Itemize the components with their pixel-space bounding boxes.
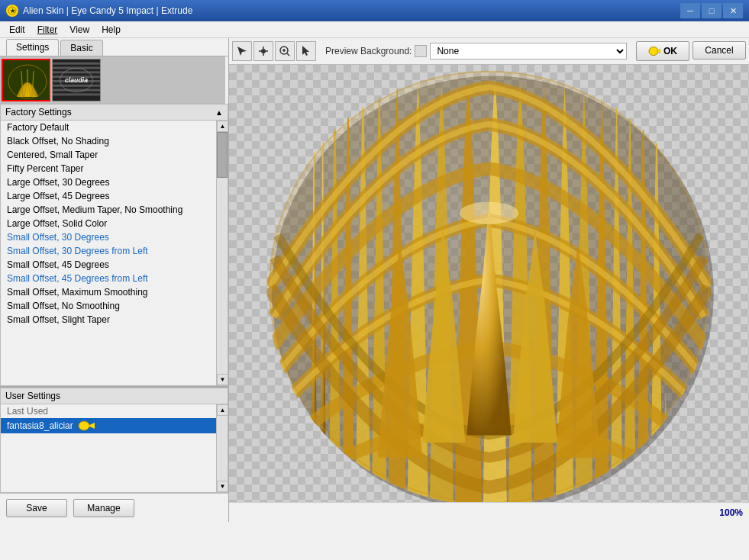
svg-text:claudia: claudia — [65, 76, 88, 83]
menu-edit[interactable]: Edit — [3, 23, 31, 37]
right-toolbar: Preview Background: None White Black Cus… — [229, 38, 749, 65]
scroll-up-arrow[interactable]: ▲ — [215, 108, 223, 117]
list-item-large-45[interactable]: Large Offset, 45 Degrees — [1, 189, 216, 203]
ok-arrow-icon — [648, 46, 660, 56]
close-button[interactable]: ✕ — [723, 3, 743, 18]
manage-button[interactable]: Manage — [73, 499, 134, 517]
user-settings-section: User Settings Last Used fantasia8_alicia… — [0, 386, 228, 493]
zoom-in-button[interactable] — [275, 41, 295, 61]
list-item-black-offset[interactable]: Black Offset, No Shading — [1, 134, 216, 148]
menu-filter[interactable]: Filter — [31, 23, 64, 37]
factory-settings-header: Factory Settings ▲ — [0, 104, 228, 121]
scroll-up-btn[interactable]: ▲ — [217, 121, 228, 132]
window-controls: ─ □ ✕ — [680, 3, 743, 18]
selected-user-item-label: fantasia8_aliciar — [7, 420, 73, 431]
svg-point-20 — [261, 49, 266, 53]
user-list-inner: Last Used fantasia8_aliciar — [1, 404, 216, 492]
factory-settings-section: Factory Settings ▲ Factory Default Black… — [0, 104, 228, 386]
svg-rect-14 — [53, 89, 100, 91]
statusbar: 100% — [229, 502, 749, 522]
list-item-large-30[interactable]: Large Offset, 30 Degrees — [1, 175, 216, 189]
factory-list-inner: Factory Default Black Offset, No Shading… — [1, 121, 216, 385]
user-scroll-down[interactable]: ▼ — [217, 481, 228, 492]
user-scroll-up[interactable]: ▲ — [217, 404, 228, 416]
arrow-tool-button[interactable] — [232, 41, 252, 61]
menu-view[interactable]: View — [63, 23, 95, 37]
main-area: Settings Basic — [0, 38, 749, 522]
titlebar: ★ Alien Skin | Eye Candy 5 Impact | Extr… — [0, 0, 749, 21]
ok-label: OK — [663, 46, 677, 56]
user-settings-title: User Settings — [5, 391, 60, 401]
svg-point-18 — [79, 421, 89, 430]
second-thumbnail[interactable]: claudia — [52, 59, 101, 101]
bottom-buttons: Save Manage — [0, 493, 228, 522]
menu-help[interactable]: Help — [95, 23, 127, 37]
cancel-button[interactable]: Cancel — [693, 41, 746, 60]
tool-buttons — [232, 41, 316, 61]
last-used-label: Last Used — [1, 404, 216, 418]
preview-bg-control: Preview Background: None White Black Cus… — [325, 43, 627, 60]
list-item-small-slight[interactable]: Small Offset, Slight Taper — [1, 313, 216, 327]
ok-button[interactable]: OK — [636, 41, 689, 61]
list-item-small-45[interactable]: Small Offset, 45 Degrees — [1, 258, 216, 272]
svg-rect-8 — [53, 62, 100, 64]
list-item-large-solid[interactable]: Large Offset, Solid Color — [1, 217, 216, 230]
list-item-small-30-left[interactable]: Small Offset, 30 Degrees from Left — [1, 244, 216, 258]
svg-rect-15 — [53, 93, 100, 95]
save-button[interactable]: Save — [6, 499, 67, 517]
menubar: Edit Filter View Help — [0, 21, 749, 38]
pointer-button[interactable] — [296, 41, 316, 61]
thumbnail-strip: claudia — [0, 56, 225, 104]
list-item-small-no-smooth[interactable]: Small Offset, No Smoothing — [1, 299, 216, 313]
user-settings-list: Last Used fantasia8_aliciar ▲ ▼ — [0, 404, 228, 493]
tabs-row: Settings Basic — [0, 38, 228, 56]
preview-canvas[interactable] — [229, 65, 749, 502]
app-icon: ★ — [6, 5, 18, 17]
preview-bg-dropdown[interactable]: None White Black Custom — [430, 43, 627, 60]
factory-list-scrollbar[interactable]: ▲ ▼ — [216, 121, 228, 385]
left-panel: Settings Basic — [0, 38, 229, 522]
minimize-button[interactable]: ─ — [680, 3, 700, 18]
zoom-level: 100% — [719, 507, 743, 518]
list-item-large-medium[interactable]: Large Offset, Medium Taper, No Smoothing — [1, 203, 216, 217]
list-item-factory-default[interactable]: Factory Default — [1, 121, 216, 134]
user-settings-header: User Settings — [0, 388, 228, 404]
list-item-small-30[interactable]: Small Offset, 30 Degrees — [1, 230, 216, 244]
selected-thumbnail[interactable] — [2, 59, 50, 101]
arrow-icon — [78, 420, 95, 432]
svg-line-24 — [287, 53, 289, 56]
gold-sphere-svg — [229, 65, 749, 502]
preview-bg-label: Preview Background: — [325, 46, 412, 56]
svg-point-31 — [460, 202, 519, 224]
ok-cancel-buttons: OK Cancel — [636, 41, 746, 61]
user-list-scrollbar[interactable]: ▲ ▼ — [216, 404, 228, 492]
maximize-button[interactable]: □ — [702, 3, 722, 18]
svg-rect-13 — [53, 84, 100, 86]
list-item-small-45-left[interactable]: Small Offset, 45 Degrees from Left — [1, 272, 216, 285]
list-item-small-max-smooth[interactable]: Small Offset, Maximum Smoothing — [1, 285, 216, 299]
list-item-centered[interactable]: Centered, Small Taper — [1, 148, 216, 162]
tab-settings[interactable]: Settings — [6, 39, 59, 56]
factory-settings-list-container: Factory Default Black Offset, No Shading… — [0, 121, 228, 386]
factory-settings-title: Factory Settings — [5, 107, 72, 117]
gold-sphere-display — [229, 65, 749, 502]
svg-rect-10 — [53, 71, 100, 73]
tab-basic[interactable]: Basic — [60, 40, 102, 56]
user-item-fantasia[interactable]: fantasia8_aliciar — [1, 418, 216, 433]
pan-tool-button[interactable] — [253, 41, 273, 61]
window-title: Alien Skin | Eye Candy 5 Impact | Extrud… — [23, 5, 680, 16]
right-panel: Preview Background: None White Black Cus… — [229, 38, 749, 522]
list-item-fifty-percent[interactable]: Fifty Percent Taper — [1, 162, 216, 175]
preview-bg-swatch[interactable] — [415, 45, 427, 57]
svg-text:★: ★ — [10, 8, 16, 14]
scroll-down-btn[interactable]: ▼ — [217, 374, 228, 385]
